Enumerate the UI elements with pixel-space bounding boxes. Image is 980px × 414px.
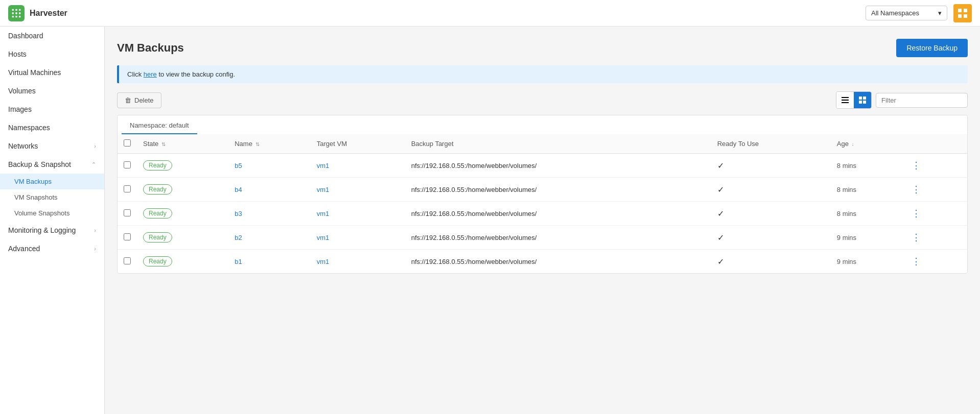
target-vm-link-4[interactable]: vm1 <box>317 258 330 265</box>
topbar: Harvester All Namespaces ▾ <box>0 0 980 27</box>
layout: Dashboard Hosts Virtual Machines Volumes… <box>0 27 980 414</box>
toolbar: 🗑 Delete <box>117 91 968 109</box>
grid-icon-button[interactable] <box>953 4 972 22</box>
sidebar: Dashboard Hosts Virtual Machines Volumes… <box>0 27 105 414</box>
target-vm-link-2[interactable]: vm1 <box>317 210 330 217</box>
row-checkbox-2[interactable] <box>124 209 131 216</box>
svg-rect-9 <box>958 9 962 12</box>
backup-name-link-3[interactable]: b2 <box>235 234 242 241</box>
backup-name-link-0[interactable]: b5 <box>235 162 242 169</box>
state-column-header: State ⇅ <box>137 134 228 154</box>
target-vm-link-3[interactable]: vm1 <box>317 234 330 241</box>
svg-rect-13 <box>842 97 849 98</box>
more-options-button-3[interactable]: ⋮ <box>907 230 925 245</box>
toolbar-left: 🗑 Delete <box>117 92 161 108</box>
row-state-4: Ready <box>137 250 228 274</box>
sidebar-item-images[interactable]: Images <box>0 100 104 118</box>
sidebar-item-backup-snapshot[interactable]: Backup & Snapshot ⌃ <box>0 155 104 174</box>
row-target-vm-1: vm1 <box>311 178 405 202</box>
sidebar-subitem-vm-snapshots[interactable]: VM Snapshots <box>0 189 104 205</box>
svg-rect-14 <box>842 100 849 101</box>
row-state-2: Ready <box>137 202 228 226</box>
svg-rect-4 <box>15 12 17 14</box>
row-backup-target-3: nfs://192.168.0.55:/home/webber/volumes/ <box>405 226 711 250</box>
backup-name-link-4[interactable]: b1 <box>235 258 242 265</box>
row-state-3: Ready <box>137 226 228 250</box>
sidebar-subitem-vm-backups[interactable]: VM Backups <box>0 174 104 189</box>
list-view-button[interactable] <box>836 92 854 108</box>
svg-rect-5 <box>19 12 20 14</box>
sidebar-subitem-volume-snapshots[interactable]: Volume Snapshots <box>0 205 104 221</box>
svg-rect-12 <box>964 14 967 18</box>
backup-target-column-header: Backup Target <box>405 134 711 154</box>
filter-input[interactable] <box>876 93 968 108</box>
more-options-button-0[interactable]: ⋮ <box>907 158 925 173</box>
row-checkbox-0[interactable] <box>124 161 131 168</box>
row-ready-to-use-0: ✓ <box>711 154 831 178</box>
namespace-tab[interactable]: Namespace: default <box>122 117 197 134</box>
sidebar-item-virtual-machines[interactable]: Virtual Machines <box>0 63 104 82</box>
row-target-vm-3: vm1 <box>311 226 405 250</box>
row-checkbox-4[interactable] <box>124 257 131 264</box>
row-name-0: b5 <box>228 154 311 178</box>
row-more-3: ⋮ <box>901 226 967 250</box>
svg-rect-8 <box>19 16 20 17</box>
state-badge-1: Ready <box>143 184 172 194</box>
select-all-checkbox[interactable] <box>124 139 131 147</box>
row-target-vm-2: vm1 <box>311 202 405 226</box>
grid-view-button[interactable] <box>854 92 871 108</box>
target-vm-link-1[interactable]: vm1 <box>317 186 330 193</box>
svg-rect-18 <box>859 101 862 104</box>
namespace-selector[interactable]: All Namespaces ▾ <box>866 6 947 20</box>
svg-rect-1 <box>15 9 17 10</box>
chevron-right-icon: › <box>94 143 96 149</box>
sidebar-item-namespaces[interactable]: Namespaces <box>0 118 104 137</box>
backup-name-link-1[interactable]: b4 <box>235 186 242 193</box>
more-options-button-1[interactable]: ⋮ <box>907 182 925 197</box>
row-checkbox-3[interactable] <box>124 233 131 240</box>
table-container: Namespace: default State ⇅ Name ⇅ <box>117 115 968 274</box>
restore-backup-button[interactable]: Restore Backup <box>896 39 968 57</box>
row-target-vm-0: vm1 <box>311 154 405 178</box>
svg-rect-3 <box>12 12 14 14</box>
target-vm-link-0[interactable]: vm1 <box>317 162 330 169</box>
more-options-button-2[interactable]: ⋮ <box>907 206 925 221</box>
sidebar-item-hosts[interactable]: Hosts <box>0 45 104 63</box>
sidebar-item-dashboard[interactable]: Dashboard <box>0 27 104 45</box>
state-badge-0: Ready <box>143 160 172 171</box>
topbar-left: Harvester <box>8 5 67 21</box>
age-column-header[interactable]: Age ↓ <box>831 134 901 154</box>
row-checkbox-1[interactable] <box>124 185 131 192</box>
page-header: VM Backups Restore Backup <box>117 39 968 57</box>
row-state-0: Ready <box>137 154 228 178</box>
row-checkbox-cell <box>118 250 137 274</box>
name-column-header[interactable]: Name ⇅ <box>228 134 311 154</box>
sidebar-item-monitoring-logging[interactable]: Monitoring & Logging › <box>0 221 104 239</box>
table-row: Ready b4 vm1 nfs://192.168.0.55:/home/we… <box>118 178 967 202</box>
svg-rect-6 <box>12 16 14 17</box>
row-age-1: 8 mins <box>831 178 901 202</box>
row-more-2: ⋮ <box>901 202 967 226</box>
chevron-up-icon: ⌃ <box>91 161 96 168</box>
backup-name-link-2[interactable]: b3 <box>235 210 242 217</box>
target-vm-column-header: Target VM <box>311 134 405 154</box>
sidebar-item-advanced[interactable]: Advanced › <box>0 239 104 258</box>
svg-rect-10 <box>964 9 967 12</box>
sidebar-item-volumes[interactable]: Volumes <box>0 82 104 100</box>
more-options-button-4[interactable]: ⋮ <box>907 254 925 269</box>
row-name-4: b1 <box>228 250 311 274</box>
row-checkbox-cell <box>118 178 137 202</box>
row-backup-target-4: nfs://192.168.0.55:/home/webber/volumes/ <box>405 250 711 274</box>
row-ready-to-use-2: ✓ <box>711 202 831 226</box>
vm-backups-table: State ⇅ Name ⇅ Target VM Backup Target R… <box>118 134 967 273</box>
main-content: VM Backups Restore Backup Click here to … <box>105 27 980 414</box>
chevron-down-icon: ▾ <box>938 9 942 17</box>
row-more-0: ⋮ <box>901 154 967 178</box>
sidebar-item-networks[interactable]: Networks › <box>0 137 104 155</box>
delete-button[interactable]: 🗑 Delete <box>117 92 161 108</box>
ready-checkmark-2: ✓ <box>717 209 724 218</box>
row-checkbox-cell <box>118 202 137 226</box>
row-name-3: b2 <box>228 226 311 250</box>
info-banner-link[interactable]: here <box>144 70 157 78</box>
row-state-1: Ready <box>137 178 228 202</box>
